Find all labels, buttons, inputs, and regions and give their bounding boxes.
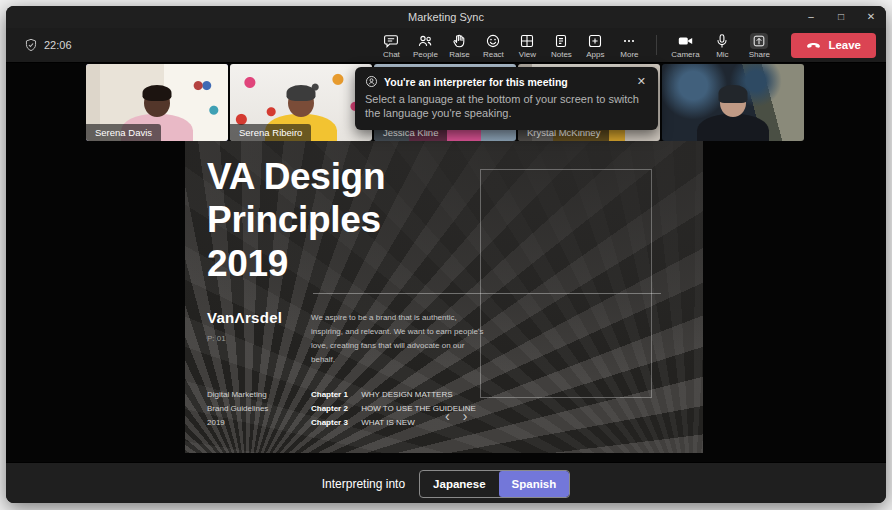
share-icon-frame (750, 33, 768, 49)
slide-meta-line: Brand Guidelines (207, 402, 268, 416)
participant-silhouette (693, 87, 773, 141)
apps-plus-icon (587, 33, 603, 49)
slide-outline-rectangle (480, 169, 652, 398)
interpreting-into-label: Interpreting into (322, 477, 405, 491)
chat-icon (383, 33, 399, 49)
mic-button[interactable]: Mic (705, 31, 739, 60)
next-slide-chevron-icon[interactable]: › (463, 409, 468, 423)
apps-button-label: Apps (586, 50, 604, 59)
chat-button[interactable]: Chat (374, 31, 408, 60)
notes-button-label: Notes (551, 50, 572, 59)
more-button[interactable]: More (612, 31, 646, 60)
maximize-button[interactable]: □ (826, 6, 856, 28)
hangup-icon (806, 40, 821, 50)
slide-navigation: ‹ › (445, 409, 467, 423)
video-tile-unnamed[interactable] (662, 64, 804, 141)
vanarsdel-logo: VanΛrsdel (207, 309, 282, 326)
share-icon (752, 34, 766, 48)
participant-name-label: Serena Davis (86, 124, 161, 141)
screenshot-viewport: Marketing Sync – □ ✕ 22:06 Chat (0, 0, 892, 510)
video-tile-serena-ribeiro[interactable]: Serena Ribeiro (230, 64, 372, 141)
interpreting-bar: Interpreting into Japanese Spanish (6, 462, 886, 503)
minimize-button[interactable]: – (796, 6, 826, 28)
video-tile-serena-davis[interactable]: Serena Davis (86, 64, 228, 141)
slide-meta: Digital Marketing Brand Guidelines 2019 (207, 388, 268, 430)
meeting-stage: Serena Davis Serena Ribeiro Jessica Klin… (6, 63, 886, 462)
toast-body: Select a language at the bottom of your … (365, 92, 648, 121)
mic-icon (714, 33, 730, 49)
apps-button[interactable]: Apps (578, 31, 612, 60)
language-toggle-group: Japanese Spanish (419, 470, 570, 498)
toolbar-divider (656, 35, 657, 55)
more-ellipsis-icon (621, 33, 637, 49)
leave-button[interactable]: Leave (791, 33, 876, 58)
meeting-toolbar: 22:06 Chat People (6, 28, 886, 63)
raise-hand-button-label: Raise (449, 50, 469, 59)
slide-meta-line: 2019 (207, 416, 268, 430)
react-button[interactable]: React (476, 31, 510, 60)
slide-mission-text: We aspire to be a brand that is authenti… (311, 311, 485, 367)
toast-header: You're an interpreter for this meeting ✕ (365, 75, 648, 88)
notes-button[interactable]: Notes (544, 31, 578, 60)
people-icon (417, 33, 433, 49)
toast-close-button[interactable]: ✕ (635, 75, 648, 88)
interpreter-icon (365, 75, 378, 88)
chapter-row: Chapter 1 WHY DESIGN MATTERS (311, 388, 476, 402)
react-smiley-icon (485, 33, 501, 49)
close-button[interactable]: ✕ (856, 6, 886, 28)
language-spanish-button[interactable]: Spanish (499, 471, 570, 497)
toast-title: You're an interpreter for this meeting (384, 76, 629, 88)
people-button-label: People (413, 50, 438, 59)
mic-button-label: Mic (716, 50, 728, 59)
language-japanese-button[interactable]: Japanese (420, 471, 498, 497)
view-button-label: View (519, 50, 536, 59)
camera-button-label: Camera (671, 50, 699, 59)
meeting-timer: 22:06 (24, 38, 72, 52)
notes-icon (553, 33, 569, 49)
chat-button-label: Chat (383, 50, 400, 59)
teams-meeting-window: Marketing Sync – □ ✕ 22:06 Chat (6, 6, 886, 503)
chapter-label: Chapter 2 (311, 402, 359, 416)
meeting-timer-value: 22:06 (44, 39, 72, 51)
slide-title-line: Principles (207, 198, 385, 241)
participant-name-label: Serena Ribeiro (230, 124, 311, 141)
chapter-title: WHY DESIGN MATTERS (361, 390, 452, 399)
shield-check-icon (24, 38, 38, 52)
video-feed (662, 64, 804, 141)
camera-button[interactable]: Camera (665, 31, 705, 60)
leave-button-label: Leave (828, 39, 861, 51)
interpreter-toast: You're an interpreter for this meeting ✕… (355, 67, 658, 130)
share-button[interactable]: Share (739, 31, 779, 60)
titlebar: Marketing Sync – □ ✕ (6, 6, 886, 28)
window-controls: – □ ✕ (796, 6, 886, 28)
toolbar-buttons: Chat People Raise (374, 31, 886, 60)
slide-title: VA Design Principles 2019 (207, 155, 385, 285)
prev-slide-chevron-icon[interactable]: ‹ (445, 409, 450, 423)
view-button[interactable]: View (510, 31, 544, 60)
chapter-label: Chapter 1 (311, 388, 359, 402)
raise-hand-icon (451, 33, 467, 49)
slide-title-line: VA Design (207, 155, 385, 198)
share-button-label: Share (749, 50, 770, 59)
chapter-label: Chapter 3 (311, 416, 359, 430)
people-button[interactable]: People (408, 31, 442, 60)
slide-meta-line: Digital Marketing (207, 388, 268, 402)
shared-presentation-slide: VA Design Principles 2019 VanΛrsdel P: 0… (185, 141, 703, 453)
more-button-label: More (620, 50, 638, 59)
slide-title-line: 2019 (207, 242, 385, 285)
chapter-title: WHAT IS NEW (361, 418, 414, 427)
react-button-label: React (483, 50, 504, 59)
window-title: Marketing Sync (6, 11, 886, 23)
slide-page-number: P: 01 (207, 334, 226, 343)
view-grid-icon (519, 33, 535, 49)
raise-hand-button[interactable]: Raise (442, 31, 476, 60)
camera-icon (677, 33, 694, 49)
